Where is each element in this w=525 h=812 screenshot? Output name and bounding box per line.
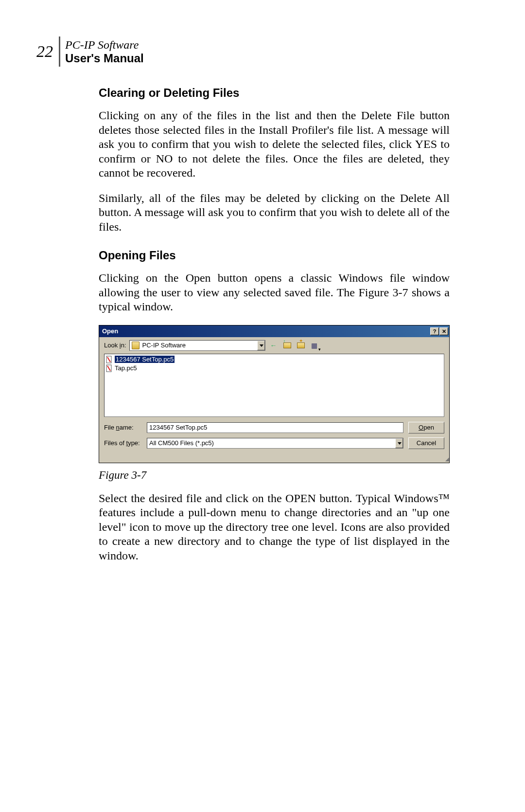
open-dialog: Open ? ✕ Look in: PC-IP Software [99,325,450,463]
dialog-toolbar: Look in: PC-IP Software [99,337,449,353]
heading-clearing: Clearing or Deleting Files [99,86,450,100]
page-header: 22 PC-IP Software User's Manual [36,36,450,67]
file-list-area[interactable]: 1234567 SetTop.pc5 Tap.pc5 [104,354,444,417]
file-name: Tap.pc5 [115,364,137,372]
new-folder-icon[interactable] [296,340,306,351]
file-item[interactable]: 1234567 SetTop.pc5 [105,355,443,364]
filetype-value: All CM500 Files (*.pc5) [147,439,395,447]
cancel-button[interactable]: Cancel [408,437,444,449]
filetype-combo[interactable]: All CM500 Files (*.pc5) [147,438,403,449]
heading-opening: Opening Files [99,249,450,262]
lookin-label: Look in: [104,342,126,349]
help-button[interactable]: ? [430,327,439,335]
resize-grip[interactable]: ◢ [99,458,449,463]
manual-page: 22 PC-IP Software User's Manual Clearing… [0,0,525,812]
file-name: 1234567 SetTop.pc5 [115,356,175,363]
manual-title: User's Manual [65,52,144,65]
para-clearing-1: Clicking on any of the files in the list… [99,108,450,180]
view-menu-icon[interactable] [309,340,320,351]
para-opening-1: Clicking on the Open button opens a clas… [99,271,450,314]
filetype-dropdown-button[interactable] [395,438,403,448]
dialog-title: Open [102,327,430,335]
figure-caption: Figure 3-7 [99,469,450,482]
lookin-value: PC-IP Software [141,342,257,349]
filename-label: File name: [104,424,142,431]
page-number: 22 [36,42,57,61]
folder-icon [132,342,140,349]
file-item[interactable]: Tap.pc5 [105,364,443,373]
page-content: Clearing or Deleting Files Clicking on a… [99,86,450,563]
para-clearing-2: Similarly, all of the files may be delet… [99,191,450,235]
software-title: PC-IP Software [65,38,144,52]
close-button[interactable]: ✕ [439,327,448,335]
open-button[interactable]: Open [408,422,444,433]
lookin-dropdown-button[interactable] [257,341,265,350]
para-after-figure: Select the desired file and click on the… [99,491,450,563]
up-one-level-icon[interactable] [282,340,293,351]
file-icon [105,356,113,363]
filename-input[interactable] [147,422,403,433]
filetype-label: Files of type: [104,439,142,447]
file-icon [105,364,113,372]
header-titles: PC-IP Software User's Manual [65,38,144,65]
filename-row: File name: Open [104,422,444,433]
lookin-combo[interactable]: PC-IP Software [129,340,265,351]
back-icon[interactable] [268,340,279,351]
dialog-bottom: File name: Open Files of type: All CM500… [99,420,449,458]
dialog-titlebar[interactable]: Open ? ✕ [99,325,449,337]
header-divider [59,36,60,67]
filetype-row: Files of type: All CM500 Files (*.pc5) C… [104,437,444,449]
